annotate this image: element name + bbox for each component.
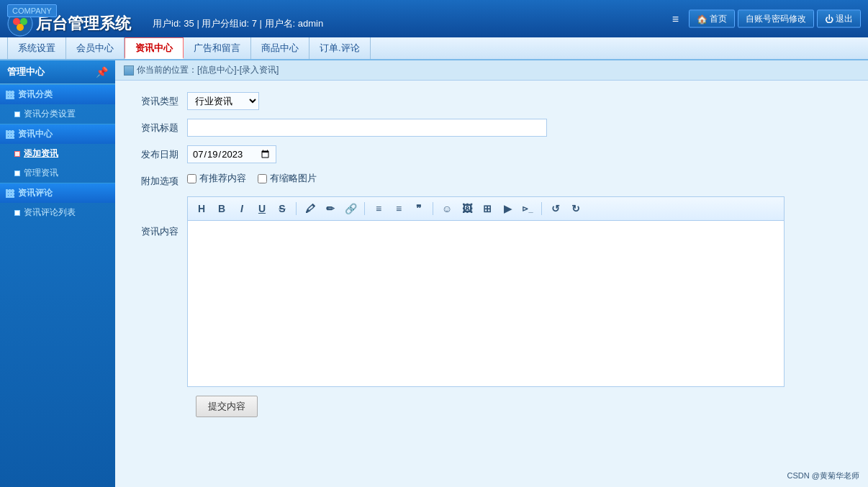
toolbar-undo[interactable]: ↺ <box>548 201 564 217</box>
checkbox-recommend-item: 有推荐内容 <box>187 172 246 185</box>
sidebar-header-label: 管理中心 <box>7 65 45 78</box>
sidebar-item-news-comment-list[interactable]: 资讯评论列表 <box>0 203 115 222</box>
checkbox-recommend-label: 有推荐内容 <box>199 172 246 185</box>
square-icon <box>14 111 20 117</box>
checkbox-thumbnail-label: 有缩略图片 <box>270 172 317 185</box>
sidebar-section-news-center: 资讯中心 <box>0 124 115 144</box>
toolbar-separator-3 <box>433 202 433 215</box>
toolbar-highlight[interactable]: 🖍 <box>302 201 318 217</box>
form-row-publish-date: 发布日期 <box>130 145 854 163</box>
toolbar-link[interactable]: 🔗 <box>343 201 358 217</box>
square-icon-3 <box>14 210 20 216</box>
breadcrumb-icon <box>124 65 134 76</box>
news-type-control: 行业资讯 公司新闻 技术文章 <box>187 92 854 110</box>
square-icon-active <box>14 151 20 157</box>
content-label: 资讯内容 <box>130 196 187 238</box>
toolbar-redo[interactable]: ↻ <box>568 201 584 217</box>
sidebar-item-news-category-settings[interactable]: 资讯分类设置 <box>0 104 115 124</box>
grid-icon-3 <box>6 189 14 198</box>
publish-date-label: 发布日期 <box>130 145 187 161</box>
form-row-extra-options: 附加选项 有推荐内容 有缩略图片 <box>130 172 854 188</box>
editor-toolbar: H B I U S 🖍 ✏ 🔗 ≡ ≡ ❞ <box>188 197 784 221</box>
toolbar-blockquote[interactable]: ❞ <box>411 201 427 217</box>
news-title-label: 资讯标题 <box>130 119 187 135</box>
checkbox-thumbnail-item: 有缩略图片 <box>258 172 317 185</box>
publish-date-input[interactable] <box>187 145 276 163</box>
extra-options-label: 附加选项 <box>130 172 187 188</box>
navbar: 系统设置 会员中心 资讯中心 广告和留言 商品中心 订单.评论 <box>0 37 868 60</box>
form-row-news-content: 资讯内容 H B I U S 🖍 ✏ 🔗 <box>130 196 854 387</box>
header-right: ≡ 🏠 首页 自账号密码修改 ⏻ 退出 <box>672 10 861 28</box>
breadcrumb-text: 你当前的位置：[信息中心]-[录入资讯] <box>137 64 279 76</box>
publish-date-control <box>187 145 854 163</box>
news-type-label: 资讯类型 <box>130 92 187 108</box>
toolbar-underline[interactable]: U <box>254 201 270 217</box>
toolbar-image[interactable]: 🖼 <box>459 201 475 217</box>
toolbar-heading[interactable]: H <box>194 201 209 217</box>
change-password-button[interactable]: 自账号密码修改 <box>738 10 814 28</box>
form-row-news-type: 资讯类型 行业资讯 公司新闻 技术文章 <box>130 92 854 110</box>
toolbar-italic[interactable]: I <box>234 201 250 217</box>
nav-ads-messages[interactable]: 广告和留言 <box>184 37 251 59</box>
home-button[interactable]: 🏠 首页 <box>689 10 735 28</box>
main-layout: 管理中心 📌 资讯分类 资讯分类设置 资讯中心 添加资讯 管理资讯 资讯评论 <box>0 60 868 487</box>
toolbar-bold[interactable]: B <box>214 201 230 217</box>
footer-credit: CSDN @黄菊华老师 <box>787 470 859 481</box>
toolbar-unordered-list[interactable]: ≡ <box>371 201 386 217</box>
grid-icon-2 <box>6 130 14 139</box>
nav-member-center[interactable]: 会员中心 <box>66 37 125 59</box>
editor-wrapper: H B I U S 🖍 ✏ 🔗 ≡ ≡ ❞ <box>187 196 785 387</box>
logout-button[interactable]: ⏻ 退出 <box>817 10 861 28</box>
editor-body[interactable] <box>188 221 784 386</box>
submit-button[interactable]: 提交内容 <box>196 396 258 417</box>
sidebar: 管理中心 📌 资讯分类 资讯分类设置 资讯中心 添加资讯 管理资讯 资讯评论 <box>0 60 115 487</box>
sidebar-header: 管理中心 📌 <box>0 60 115 84</box>
company-badge: COMPANY <box>7 4 57 17</box>
form-row-news-title: 资讯标题 <box>130 119 854 137</box>
nav-orders-reviews[interactable]: 订单.评论 <box>309 37 371 59</box>
toolbar-table[interactable]: ⊞ <box>479 201 495 217</box>
toolbar-pen[interactable]: ✏ <box>322 201 338 217</box>
header: COMPANY 后台管理系统 用户id: 35 | 用户分组id: 7 | 用户… <box>0 0 868 37</box>
toolbar-ordered-list[interactable]: ≡ <box>391 201 407 217</box>
sidebar-item-add-news[interactable]: 添加资讯 <box>0 144 115 163</box>
square-icon-2 <box>14 170 20 176</box>
checkbox-group: 有推荐内容 有缩略图片 <box>187 172 854 185</box>
toolbar-separator-4 <box>541 202 542 215</box>
toolbar-strikethrough[interactable]: S <box>274 201 290 217</box>
news-title-input[interactable] <box>187 119 547 137</box>
sidebar-pin-icon: 📌 <box>96 66 108 78</box>
nav-system-settings[interactable]: 系统设置 <box>7 37 66 59</box>
news-type-select[interactable]: 行业资讯 公司新闻 技术文章 <box>187 92 259 110</box>
extra-options-control: 有推荐内容 有缩略图片 <box>187 172 854 185</box>
sidebar-section-news-comments: 资讯评论 <box>0 183 115 203</box>
content-area: 你当前的位置：[信息中心]-[录入资讯] 资讯类型 行业资讯 公司新闻 技术文章… <box>115 60 868 487</box>
checkbox-thumbnail[interactable] <box>258 174 267 183</box>
checkbox-recommend[interactable] <box>187 174 196 183</box>
editor-control: H B I U S 🖍 ✏ 🔗 ≡ ≡ ❞ <box>187 196 854 387</box>
nav-product-center[interactable]: 商品中心 <box>251 37 309 59</box>
news-title-control <box>187 119 854 137</box>
sidebar-item-manage-news[interactable]: 管理资讯 <box>0 163 115 183</box>
logout-icon: ⏻ <box>825 14 833 24</box>
grid-icon <box>6 91 14 99</box>
svg-point-3 <box>17 24 24 31</box>
breadcrumb: 你当前的位置：[信息中心]-[录入资讯] <box>115 60 868 81</box>
toolbar-separator-1 <box>296 202 297 215</box>
sidebar-section-news-category: 资讯分类 <box>0 84 115 104</box>
toolbar-emoji[interactable]: ☺ <box>439 201 455 217</box>
form-container: 资讯类型 行业资讯 公司新闻 技术文章 资讯标题 发布日期 <box>115 81 868 429</box>
nav-news-center[interactable]: 资讯中心 <box>125 37 184 59</box>
toolbar-separator-2 <box>364 202 365 215</box>
user-info: 用户id: 35 | 用户分组id: 7 | 用户名: admin <box>153 17 323 30</box>
home-icon: 🏠 <box>697 14 707 24</box>
menu-icon[interactable]: ≡ <box>672 12 679 25</box>
toolbar-video[interactable]: ▶ <box>499 201 515 217</box>
toolbar-code[interactable]: ⊳_ <box>520 201 535 217</box>
